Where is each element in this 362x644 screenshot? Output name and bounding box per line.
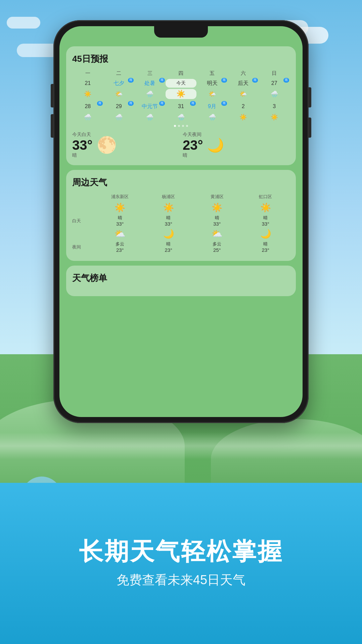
nearby-day-icon-huangpu: ☀️ bbox=[193, 202, 241, 214]
weekday-tue: 二 bbox=[103, 70, 135, 77]
night-temp-huangpu: 25° bbox=[213, 247, 221, 253]
nearby-title: 周边天气 bbox=[72, 177, 290, 188]
nearby-night-icon-pudong: ⛅ bbox=[96, 229, 144, 240]
cal-cell-21: 21 bbox=[72, 79, 103, 88]
calendar-header: 一 二 三 四 五 六 日 bbox=[72, 70, 290, 77]
nearby-header: 浦东新区 杨浦区 黄浦区 虹口区 bbox=[72, 194, 290, 200]
side-button-mid bbox=[309, 118, 311, 138]
night-desc-huangpu: 多云 bbox=[213, 241, 221, 247]
day-icon-pudong: ☀️ bbox=[115, 202, 125, 213]
today-label: 今天 bbox=[176, 80, 186, 86]
banner-sub-text: 免费查看未来45日天气 bbox=[117, 571, 245, 589]
day-desc-pudong: 晴 bbox=[118, 215, 122, 221]
daytime-temp-info: 今天白天 33° 晴 bbox=[72, 132, 93, 158]
date-chushu: 处暑 bbox=[144, 80, 155, 86]
day-icon-huangpu: ☀️ bbox=[212, 202, 222, 213]
day-temp-yangpu: 33° bbox=[165, 221, 172, 227]
day-icon-yangpu: ☀️ bbox=[163, 202, 174, 213]
nearby-day-icon-hongkou: ☀️ bbox=[241, 202, 290, 214]
phone-screen: 45日预报 一 二 三 四 五 六 日 bbox=[59, 26, 303, 417]
night-temp-hongkou: 23° bbox=[262, 247, 269, 253]
cal-cell-after: 后天 雨 bbox=[228, 79, 259, 88]
icon-cell-zhongyuan: 🌧️ bbox=[134, 112, 166, 122]
nearby-table: 浦东新区 杨浦区 黄浦区 虹口区 ☀️ ☀️ ☀️ ☀️ bbox=[72, 194, 290, 253]
rain-badge-after: 雨 bbox=[252, 78, 258, 83]
cal-cell-chushu: 处暑 雨 bbox=[134, 79, 166, 88]
date-after: 后天 bbox=[238, 80, 248, 86]
nearby-night-weather-hongkou: 晴 23° bbox=[241, 241, 290, 253]
cal-cell-27: 27 雨 bbox=[259, 79, 290, 88]
icon-today: ☀️ bbox=[176, 90, 185, 98]
nearby-col-huangpu: 黄浦区 bbox=[193, 194, 241, 200]
nearby-night-weather-row: 夜间 多云 23° 晴 23° 多云 25° bbox=[72, 241, 290, 253]
nearby-day-weather-pudong: 晴 33° bbox=[96, 215, 144, 227]
icon-cell-qixi: 🌤️ bbox=[103, 89, 135, 99]
date-21: 21 bbox=[85, 80, 91, 86]
dot-2 bbox=[178, 125, 180, 127]
nearby-day-icon-pudong: ☀️ bbox=[96, 202, 144, 214]
icon-21: ☀️ bbox=[84, 90, 91, 98]
cal-cell-31: 31 雨 bbox=[166, 102, 197, 111]
calendar-date-row1: 21 七夕 雨 处暑 雨 今天 bbox=[72, 79, 290, 88]
night-temp-pudong: 23° bbox=[116, 247, 124, 253]
rain-badge-31: 雨 bbox=[190, 101, 196, 106]
calendar-icon-row2: 🌨️ 🌨️ 🌧️ 🌧️ 🌧️ ☀️ ☀️ bbox=[72, 112, 290, 122]
dot-1 bbox=[174, 125, 176, 127]
icon-3: ☀️ bbox=[271, 113, 278, 121]
icon-cell-31: 🌧️ bbox=[166, 112, 197, 122]
daytime-desc: 晴 bbox=[72, 152, 93, 158]
nearby-col-pudong: 浦东新区 bbox=[96, 194, 144, 200]
night-desc-hongkou: 晴 bbox=[263, 241, 268, 247]
icon-cell-tomorrow: 🌤️ bbox=[196, 89, 228, 99]
icon-27: 🌧️ bbox=[271, 90, 278, 98]
volume-down-button bbox=[51, 114, 53, 138]
moon-icon: 🌙 bbox=[207, 137, 224, 153]
day-temp-hongkou: 33° bbox=[262, 221, 269, 227]
nighttime-label: 今天夜间 bbox=[183, 132, 203, 138]
icon-cell-after: 🌤️ bbox=[228, 89, 259, 99]
icon-after: 🌤️ bbox=[239, 90, 247, 98]
nearby-day-icon-row: ☀️ ☀️ ☀️ ☀️ bbox=[72, 202, 290, 214]
nearby-header-empty bbox=[72, 194, 96, 200]
night-icon-yangpu: 🌙 bbox=[163, 229, 174, 239]
day-desc-yangpu: 晴 bbox=[166, 215, 171, 221]
cal-cell-zhongyuan: 中元节 雨 bbox=[134, 102, 166, 111]
volume-up-button bbox=[51, 84, 53, 107]
icon-cell-29: 🌨️ bbox=[103, 112, 135, 122]
weekday-wed: 三 bbox=[134, 70, 166, 77]
cal-cell-today: 今天 bbox=[166, 79, 197, 88]
icon-cell-chushu: 🌧️ bbox=[134, 89, 166, 99]
nighttime-value: 23° bbox=[183, 138, 203, 152]
nighttime-desc: 晴 bbox=[183, 152, 203, 158]
rain-badge-29: 雨 bbox=[128, 101, 134, 106]
weekday-sun: 日 bbox=[259, 70, 290, 77]
icon-cell-21: ☀️ bbox=[72, 89, 103, 99]
cal-cell-2: 2 bbox=[228, 102, 259, 111]
daytime-label: 今天白天 bbox=[72, 132, 93, 138]
nearby-day-weather-huangpu: 晴 33° bbox=[193, 215, 241, 227]
night-desc-pudong: 多云 bbox=[116, 241, 124, 247]
day-desc-hongkou: 晴 bbox=[263, 215, 268, 221]
date-2: 2 bbox=[242, 103, 245, 109]
daytime-value: 33° bbox=[72, 138, 93, 152]
day-temp-huangpu: 33° bbox=[213, 221, 221, 227]
nearby-night-weather-yangpu: 晴 23° bbox=[144, 241, 193, 253]
day-temp-pudong: 33° bbox=[116, 221, 124, 227]
date-3: 3 bbox=[273, 103, 276, 109]
icon-cell-28: 🌨️ bbox=[72, 112, 103, 122]
rain-badge-28: 雨 bbox=[97, 101, 103, 106]
date-31: 31 bbox=[178, 103, 184, 109]
forecast-title: 45日预报 bbox=[72, 53, 290, 65]
icon-2: ☀️ bbox=[239, 113, 247, 121]
date-29: 29 bbox=[116, 103, 122, 109]
temp-section: 今天白天 33° 晴 🌕 今天夜间 23° 晴 🌙 bbox=[72, 132, 290, 158]
dot-3 bbox=[182, 125, 184, 127]
night-icon-hongkou: 🌙 bbox=[260, 229, 271, 239]
forecast-card: 45日预报 一 二 三 四 五 六 日 bbox=[66, 46, 296, 165]
icon-cell-sep: 🌧️ bbox=[196, 112, 228, 122]
screen-content: 45日预报 一 二 三 四 五 六 日 bbox=[66, 46, 296, 410]
night-desc-yangpu: 晴 bbox=[166, 241, 171, 247]
date-tomorrow: 明天 bbox=[207, 80, 218, 86]
day-desc-huangpu: 晴 bbox=[215, 215, 219, 221]
calendar-grid: 一 二 三 四 五 六 日 21 七夕 bbox=[72, 70, 290, 122]
